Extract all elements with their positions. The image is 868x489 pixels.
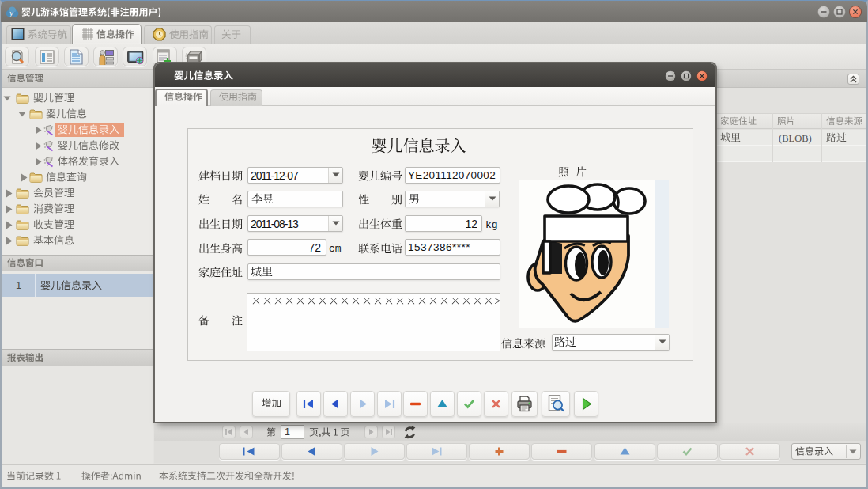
- svg-text:y: y: [9, 8, 13, 17]
